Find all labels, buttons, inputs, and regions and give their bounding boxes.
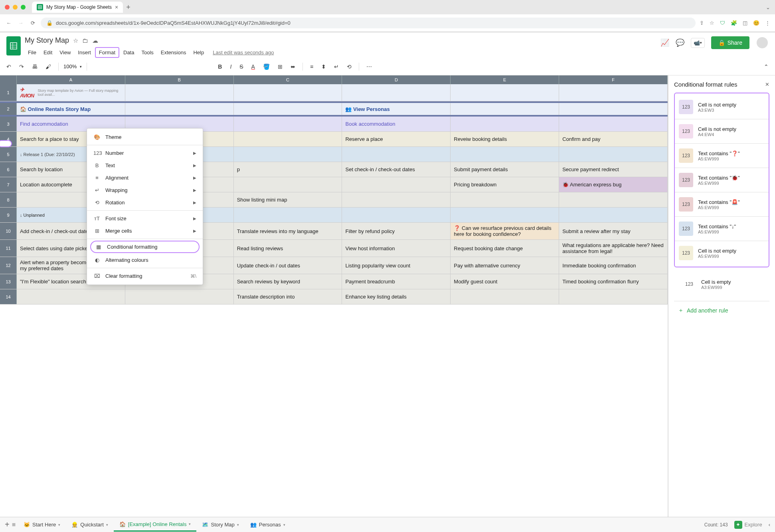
col-header-C[interactable]: C xyxy=(234,75,342,84)
show-side-panel[interactable]: ‹ xyxy=(769,522,770,528)
row-header-8[interactable]: 8 xyxy=(0,192,17,207)
menu-view[interactable]: View xyxy=(56,48,74,57)
row-header-1[interactable]: 1 xyxy=(0,84,17,101)
cell-4-F[interactable]: Confirm and pay xyxy=(559,132,668,146)
borders-button[interactable]: ⊞ xyxy=(275,62,285,71)
user-avatar[interactable] xyxy=(756,36,769,49)
redo-button[interactable]: ↷ xyxy=(17,62,26,71)
meet-button[interactable]: 📹▾ xyxy=(691,38,705,48)
menu-format[interactable]: Format xyxy=(95,47,119,58)
row-header-3[interactable]: 3 xyxy=(0,117,17,131)
format-menu-alternating-colours[interactable]: ◐Alternating colours xyxy=(87,254,203,266)
cell-14-F[interactable] xyxy=(559,289,668,304)
row-header-2[interactable]: 2 xyxy=(0,103,17,115)
format-menu-conditional-formatting[interactable]: ▦Conditional formatting xyxy=(90,241,200,253)
zoom-select[interactable]: 100% xyxy=(63,63,77,69)
format-menu-text[interactable]: BText▶ xyxy=(87,159,203,172)
italic-button[interactable]: I xyxy=(227,62,234,71)
back-button[interactable]: ← xyxy=(5,19,13,27)
cell-11-F[interactable]: What regulations are applicable here? Ne… xyxy=(559,240,668,257)
menu-insert[interactable]: Insert xyxy=(75,48,94,57)
activity-icon[interactable]: 📈 xyxy=(660,38,669,47)
doc-title[interactable]: My Story Map xyxy=(25,36,69,45)
row-header-13[interactable]: 13 xyxy=(0,274,17,289)
sheet-tab-personas[interactable]: 👥Personas▾ xyxy=(245,518,291,528)
cell-11-C[interactable]: Read listing reviews xyxy=(234,240,342,257)
cell-2-A[interactable]: 🏠 Online Rentals Story Map xyxy=(17,103,125,115)
cell-7-F[interactable]: 🐞 American express bug xyxy=(559,177,668,192)
row-header-6[interactable]: 6 xyxy=(0,162,17,177)
format-rule-extra[interactable]: 123Cell is emptyA3:EW999 xyxy=(678,272,735,296)
col-header-D[interactable]: D xyxy=(342,75,451,84)
row-header-7[interactable]: 7 xyxy=(0,177,17,192)
select-all-corner[interactable] xyxy=(0,75,17,84)
cell-11-E[interactable]: Request booking date change xyxy=(451,240,559,257)
format-menu-merge-cells[interactable]: ⊞Merge cells▶ xyxy=(87,225,203,237)
cell-3-F[interactable] xyxy=(559,117,668,131)
cell-1-C[interactable] xyxy=(234,84,342,101)
share-button[interactable]: 🔒 Share xyxy=(711,36,749,49)
tab-overflow-icon[interactable]: ⌄ xyxy=(766,4,770,10)
cell-1-D[interactable] xyxy=(342,84,451,101)
url-field[interactable]: 🔒 docs.google.com/spreadsheets/d/1x-9eOe… xyxy=(41,18,696,28)
add-rule-button[interactable]: ＋ Add another rule xyxy=(674,301,769,320)
cell-6-C[interactable]: p xyxy=(234,162,342,177)
add-sheet-button[interactable]: + xyxy=(5,520,10,528)
sheet-tab--example-online-rentals[interactable]: 🏠[Example] Online Rentals▾ xyxy=(114,518,197,528)
cell-9-C[interactable] xyxy=(234,208,342,222)
row-header-9[interactable]: 9 xyxy=(0,208,17,222)
row-header-11[interactable]: 11 xyxy=(0,240,17,257)
browser-tab[interactable]: My Story Map - Google Sheets × xyxy=(32,2,123,13)
bold-button[interactable]: B xyxy=(215,62,224,71)
row-header-12[interactable]: 12 xyxy=(0,257,17,274)
menu-data[interactable]: Data xyxy=(120,48,137,57)
share-icon[interactable]: ⇧ xyxy=(700,20,704,26)
merge-button[interactable]: ⬌ xyxy=(288,62,298,71)
format-rule-2[interactable]: 123Text contains "❓"A5:EW999 xyxy=(675,144,769,168)
paint-format-button[interactable]: 🖌 xyxy=(43,62,53,71)
cell-1-B[interactable] xyxy=(125,84,234,101)
menu-file[interactable]: File xyxy=(25,48,40,57)
new-tab-button[interactable]: + xyxy=(126,3,130,12)
strike-button[interactable]: S xyxy=(237,62,245,71)
cell-14-D[interactable]: Enhance key listing details xyxy=(342,289,451,304)
collapse-toolbar[interactable]: ⌃ xyxy=(761,62,771,71)
fill-color-button[interactable]: 🪣 xyxy=(261,62,272,71)
cell-12-C[interactable]: Update check-in / out dates xyxy=(234,257,342,274)
comments-icon[interactable]: 💬 xyxy=(676,38,684,47)
col-header-A[interactable]: A xyxy=(17,75,125,84)
shield-icon[interactable]: 🛡 xyxy=(720,20,725,26)
format-menu-rotation[interactable]: ⟲Rotation▶ xyxy=(87,196,203,209)
format-menu-clear-formatting[interactable]: ⌧Clear formatting⌘\ xyxy=(87,270,203,282)
menu-icon[interactable]: ⋮ xyxy=(765,20,770,26)
cell-6-D[interactable]: Set check-in / check-out dates xyxy=(342,162,451,177)
cell-12-E[interactable]: Pay with alternative currency xyxy=(451,257,559,274)
cell-5-F[interactable] xyxy=(559,147,668,162)
cell-4-D[interactable]: Reserve a place xyxy=(342,132,451,146)
col-header-B[interactable]: B xyxy=(125,75,234,84)
cell-1-F[interactable] xyxy=(559,84,668,101)
format-rule-4[interactable]: 123Text contains "🚨"A5:EW999 xyxy=(675,192,769,217)
profile-icon[interactable]: 😊 xyxy=(753,20,759,26)
sheet-tab-story-map[interactable]: 🗺️Story Map▾ xyxy=(196,518,244,528)
tab-close-icon[interactable]: × xyxy=(115,4,118,10)
cell-11-D[interactable]: View host information xyxy=(342,240,451,257)
sheets-logo[interactable] xyxy=(6,36,21,55)
wrap-button[interactable]: ↵ xyxy=(332,62,341,71)
cell-10-D[interactable]: Filter by refund policy xyxy=(342,223,451,239)
format-rule-1[interactable]: 123Cell is not emptyA4:EW4 xyxy=(675,119,769,144)
cell-9-D[interactable] xyxy=(342,208,451,222)
format-menu-number[interactable]: 123Number▶ xyxy=(87,147,203,159)
cell-6-F[interactable]: Secure payment redirect xyxy=(559,162,668,177)
cell-5-C[interactable] xyxy=(234,147,342,162)
col-header-F[interactable]: F xyxy=(559,75,668,84)
cell-13-E[interactable]: Modify guest count xyxy=(451,274,559,289)
cell-10-E[interactable]: ❓ Can we resurface previous card details… xyxy=(451,223,559,239)
cell-9-F[interactable] xyxy=(559,208,668,222)
cell-10-C[interactable]: Translate reviews into my language xyxy=(234,223,342,239)
window-close[interactable] xyxy=(5,5,10,10)
panel-icon[interactable]: ◫ xyxy=(743,20,747,26)
star-doc-icon[interactable]: ☆ xyxy=(73,37,78,44)
undo-button[interactable]: ↶ xyxy=(4,62,14,71)
cell-2-D[interactable]: 👥 View Personas xyxy=(342,103,451,115)
